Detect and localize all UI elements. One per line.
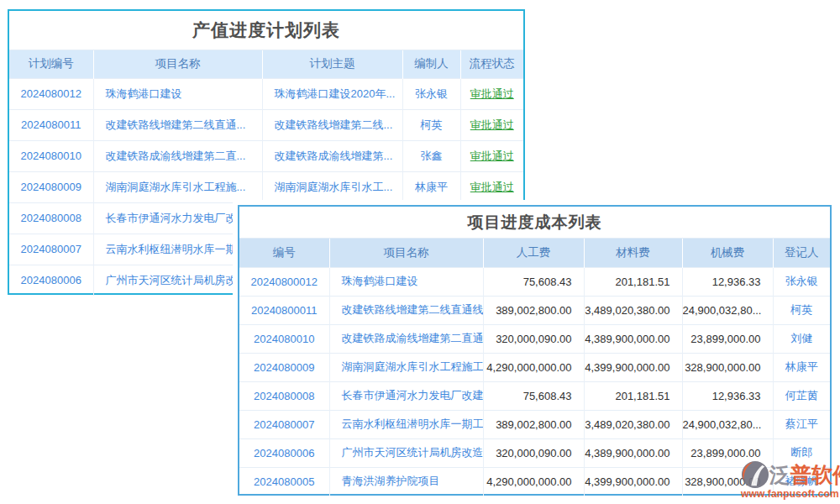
- plan-col-subject: 计划主题: [262, 50, 402, 78]
- registrant-name: 蔡江平: [785, 417, 818, 430]
- project-link[interactable]: 青海洪湖养护院项目: [342, 475, 440, 487]
- table-row[interactable]: 20240800011 改建铁路线增建第二线直通线... 389,002,800…: [239, 296, 830, 324]
- project-link[interactable]: 广州市天河区统计局机房改...: [106, 274, 246, 286]
- plan-id-link[interactable]: 2024080010: [21, 150, 81, 162]
- labor-cost: 389,002,800.00: [483, 296, 584, 324]
- plan-id-link[interactable]: 2024080012: [21, 87, 81, 100]
- cost-id-link[interactable]: 2024080008: [254, 390, 314, 402]
- plan-col-id: 计划编号: [9, 50, 93, 78]
- labor-cost: 4,290,000,000.00: [483, 467, 584, 496]
- cost-col-project: 项目名称: [329, 239, 483, 267]
- project-link[interactable]: 改建铁路成渝线增建第二直...: [106, 150, 246, 162]
- table-row[interactable]: 2024080009 湖南洞庭湖水库引水工程施工... 4,290,000,00…: [239, 353, 830, 381]
- compiler-name: 林康平: [415, 181, 448, 193]
- cost-col-machine: 机械费: [682, 239, 773, 267]
- cost-id-link[interactable]: 2024080006: [254, 447, 314, 459]
- status-link[interactable]: 审批通过: [470, 181, 514, 193]
- compiler-name: 张鑫: [421, 150, 443, 162]
- cost-id-link[interactable]: 2024080009: [254, 361, 314, 374]
- status-link[interactable]: 审批通过: [470, 87, 514, 100]
- subject-link[interactable]: 湖南洞庭湖水库引水工...: [275, 181, 393, 193]
- table-row[interactable]: 2024080010 改建铁路成渝线增建第二直通... 320,000,090.…: [239, 324, 830, 353]
- project-link[interactable]: 长春市伊通河水力发电厂改...: [106, 212, 246, 224]
- plan-id-link[interactable]: 2024080009: [21, 181, 81, 193]
- registrant-name: 何芷茵: [785, 389, 818, 402]
- table-row[interactable]: 2024080007 云南水利枢纽潜明水库一期工... 389,002,800.…: [239, 410, 830, 438]
- table-row[interactable]: 2024080008 长春市伊通河水力发电厂改建... 75,608.43 20…: [239, 381, 830, 410]
- labor-cost: 320,000,090.00: [483, 438, 584, 467]
- material-cost: 3,489,020,380.00: [584, 296, 682, 324]
- material-cost: 4,399,900,000.00: [584, 467, 682, 496]
- labor-cost: 75,608.43: [483, 381, 584, 410]
- table-row[interactable]: 2024080010 改建铁路成渝线增建第二直... 改建铁路成渝线增建第...…: [9, 140, 523, 171]
- material-cost: 4,399,900,000.00: [584, 353, 682, 381]
- material-cost: 4,389,900,000.00: [584, 438, 682, 467]
- registrant-name: 断郎: [790, 446, 812, 459]
- project-link[interactable]: 云南水利枢纽潜明水库一期工...: [342, 417, 484, 430]
- labor-cost: 4,290,000,000.00: [483, 353, 584, 381]
- cost-list-window: 项目进度成本列表 编号 项目名称 人工费 材料费 机械费 登记人 2024080…: [238, 205, 832, 496]
- cost-table: 编号 项目名称 人工费 材料费 机械费 登记人 20240800012 珠海鹤港…: [239, 239, 830, 496]
- project-link[interactable]: 珠海鹤港口建设: [342, 275, 418, 287]
- material-cost: 4,389,900,000.00: [584, 324, 682, 353]
- subject-link[interactable]: 珠海鹤港口建设2020年...: [275, 87, 396, 100]
- project-link[interactable]: 湖南洞庭湖水库引水工程施...: [106, 181, 246, 193]
- plan-id-link[interactable]: 2024080007: [21, 243, 81, 255]
- project-link[interactable]: 广州市天河区统计局机房改造...: [342, 446, 484, 459]
- table-row[interactable]: 2024080011 改建铁路线增建第二线直通... 改建铁路线增建第二线...…: [9, 109, 523, 140]
- project-link[interactable]: 云南水利枢纽潜明水库一期...: [106, 243, 246, 255]
- fanpu-logo-icon: [741, 460, 769, 489]
- table-row[interactable]: 20240800012 珠海鹤港口建设 75,608.43 201,181.51…: [239, 267, 830, 296]
- material-cost: 201,181.51: [584, 381, 682, 410]
- watermark-brand-text: 泛普软件: [769, 462, 840, 487]
- cost-id-link[interactable]: 20240800012: [250, 276, 318, 288]
- registrant-name: 柯英: [790, 303, 812, 316]
- table-row[interactable]: 2024080009 湖南洞庭湖水库引水工程施... 湖南洞庭湖水库引水工...…: [9, 171, 523, 202]
- machine-cost: 12,936.33: [682, 381, 773, 410]
- plan-id-link[interactable]: 2024080008: [21, 212, 81, 224]
- subject-link[interactable]: 改建铁路成渝线增建第...: [275, 150, 393, 162]
- registrant-name: 刘健: [790, 332, 812, 344]
- machine-cost: 328,900,000.00: [682, 353, 773, 381]
- fanpu-watermark: 泛普软件 www.fanpusoft.com: [741, 460, 838, 500]
- project-link[interactable]: 湖南洞庭湖水库引水工程施工...: [342, 360, 484, 373]
- cost-col-material: 材料费: [584, 239, 682, 267]
- cost-id-link[interactable]: 20240800011: [251, 304, 318, 317]
- subject-link[interactable]: 改建铁路线增建第二线...: [275, 118, 393, 131]
- status-link[interactable]: 审批通过: [470, 118, 514, 131]
- machine-cost: 24,900,032,80...: [682, 296, 773, 324]
- labor-cost: 389,002,800.00: [483, 410, 584, 438]
- material-cost: 201,181.51: [584, 267, 682, 296]
- plan-col-status: 流程状态: [460, 50, 523, 78]
- cost-id-link[interactable]: 2024080007: [254, 418, 314, 431]
- plan-list-title: 产值进度计划列表: [9, 11, 523, 50]
- cost-id-link[interactable]: 2024080010: [254, 333, 314, 345]
- cost-col-registrant: 登记人: [773, 239, 830, 267]
- machine-cost: 23,899,000.00: [682, 324, 773, 353]
- registrant-name: 林康平: [785, 360, 818, 373]
- plan-col-project: 项目名称: [93, 50, 262, 78]
- material-cost: 3,489,020,380.00: [584, 410, 682, 438]
- project-link[interactable]: 珠海鹤港口建设: [106, 87, 182, 100]
- project-link[interactable]: 改建铁路成渝线增建第二直通...: [342, 332, 484, 344]
- desktop: 产值进度计划列表 计划编号 项目名称 计划主题 编制人 流程状态 2024080…: [0, 0, 840, 504]
- plan-id-link[interactable]: 2024080011: [21, 118, 81, 131]
- project-link[interactable]: 改建铁路线增建第二线直通...: [106, 118, 246, 131]
- table-row[interactable]: 2024080012 珠海鹤港口建设 珠海鹤港口建设2020年... 张永银 审…: [9, 78, 523, 109]
- plan-col-compiler: 编制人: [402, 50, 460, 78]
- labor-cost: 75,608.43: [483, 267, 584, 296]
- cost-col-id: 编号: [239, 239, 329, 267]
- plan-table-header-row: 计划编号 项目名称 计划主题 编制人 流程状态: [9, 50, 523, 78]
- registrant-name: 张永银: [785, 275, 818, 287]
- status-link[interactable]: 审批通过: [470, 150, 514, 162]
- cost-table-header-row: 编号 项目名称 人工费 材料费 机械费 登记人: [239, 239, 830, 267]
- watermark-url: www.fanpusoft.com: [741, 488, 838, 500]
- compiler-name: 张永银: [415, 87, 448, 100]
- project-link[interactable]: 改建铁路线增建第二线直通线...: [342, 303, 484, 316]
- machine-cost: 12,936.33: [682, 267, 773, 296]
- plan-id-link[interactable]: 2024080006: [21, 274, 81, 286]
- machine-cost: 24,900,032,80...: [682, 410, 773, 438]
- cost-id-link[interactable]: 2024080005: [254, 475, 314, 488]
- project-link[interactable]: 长春市伊通河水力发电厂改建...: [342, 389, 484, 402]
- labor-cost: 320,000,090.00: [483, 324, 584, 353]
